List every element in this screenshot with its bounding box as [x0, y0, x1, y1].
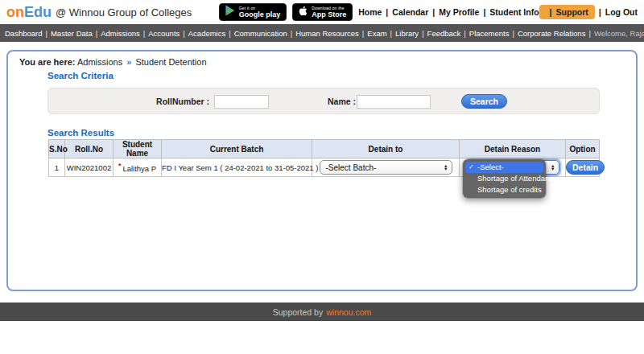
menu-item-exam[interactable]: Exam	[367, 29, 395, 38]
dropdown-option-shortage-of-credits[interactable]: Shortage of credits	[465, 184, 543, 196]
dropdown-option-select[interactable]: ✓ -Select-	[465, 162, 543, 173]
col-header-option: Option	[566, 140, 600, 158]
menu-item-dashboard[interactable]: Dashboard	[5, 29, 51, 38]
menu-item-library[interactable]: Library	[395, 29, 427, 38]
detain-to-select[interactable]: -Select Batch- ▲▼	[320, 160, 452, 175]
detain-reason-dropdown-menu: ✓ -Select- Shortage of Attendance Shorta…	[463, 159, 546, 198]
app-store-label: App Store	[312, 11, 346, 19]
topbar-right: Get it on Google play Download on the Ap…	[219, 3, 638, 21]
search-results-title: Search Results	[47, 128, 114, 138]
menu-item-accounts[interactable]: Accounts	[148, 29, 188, 38]
detain-button[interactable]: Detain	[566, 160, 605, 175]
col-header-sno: S.No	[49, 140, 65, 158]
search-criteria-box: RollNumber : Name : Search	[47, 88, 600, 114]
google-play-label: Google play	[239, 11, 281, 19]
select-stepper-icon: ▲▼	[444, 164, 448, 171]
cell-detain-reason: -Select- ▲▼ ✓ -Select- Shortage of Atten…	[460, 158, 566, 177]
col-header-detain-reason: Detain Reason	[460, 140, 566, 158]
apple-icon	[299, 5, 308, 19]
breadcrumb: You are here: Admissions » Student Deten…	[19, 57, 207, 67]
student-name-text: Lalithya P	[122, 164, 156, 173]
checkmark-icon: ✓	[469, 163, 474, 171]
link-log-out[interactable]: Log Out	[595, 7, 638, 17]
dropdown-option-shortage-of-attendance[interactable]: Shortage of Attendance	[465, 173, 543, 184]
col-header-current-batch: Current Batch	[162, 140, 312, 158]
cell-detain-to: -Select Batch- ▲▼	[312, 158, 460, 177]
detain-to-selected-value: -Select Batch-	[326, 163, 377, 172]
select-stepper-icon: ▲▼	[551, 164, 555, 171]
cell-option: Detain	[566, 158, 600, 177]
main-menu-items: Dashboard Master Data Admissions Account…	[5, 29, 594, 38]
cell-current-batch: FD I Year Sem 1 ( 24-02-2021 to 31-05-20…	[162, 158, 312, 177]
link-my-profile[interactable]: My Profile	[428, 7, 479, 17]
welcome-text: Welcome, Rajagopal Winnou@WGC	[594, 29, 644, 38]
breadcrumb-section[interactable]: Admissions	[77, 57, 122, 67]
col-header-detain-to: Detain to	[312, 140, 460, 158]
breadcrumb-arrow-icon: »	[126, 57, 131, 67]
app-store-tagline: Download on the	[312, 6, 346, 10]
col-header-student-name: Student Name	[114, 140, 162, 158]
menu-item-feedback[interactable]: Feedback	[427, 29, 469, 38]
menu-item-corporate-relations[interactable]: Corporate Relations	[518, 29, 594, 38]
link-calendar[interactable]: Calendar	[382, 7, 428, 17]
name-label: Name :	[328, 97, 356, 106]
breadcrumb-page: Student Detention	[135, 57, 206, 67]
cell-student-name: *Lalithya P	[114, 158, 162, 177]
menu-item-placements[interactable]: Placements	[469, 29, 518, 38]
footer-link-winnou[interactable]: winnou.com	[326, 307, 371, 317]
institution-name: @ Winnou Group of Colleges	[56, 6, 192, 19]
table-header-row: S.No Roll.No Student Name Current Batch …	[49, 140, 600, 158]
name-input[interactable]	[357, 95, 431, 109]
search-criteria-title: Search Criteria	[47, 71, 114, 80]
link-student-info[interactable]: Student Info	[479, 7, 539, 17]
logo-part-blue: Edu	[24, 4, 52, 20]
menu-item-human-resources[interactable]: Human Resources	[295, 29, 367, 38]
top-links: Home Calendar My Profile Student Info Su…	[358, 5, 638, 19]
cell-sno: 1	[49, 158, 65, 177]
google-play-tagline: Get it on	[239, 6, 281, 10]
rollnumber-input[interactable]	[214, 95, 269, 109]
required-asterisk: *	[118, 162, 122, 170]
top-header: onEdu @ Winnou Group of Colleges Get it …	[0, 0, 644, 24]
menu-item-communication[interactable]: Communication	[234, 29, 295, 38]
menu-item-admissions[interactable]: Admissions	[101, 29, 148, 38]
breadcrumb-prefix: You are here:	[19, 57, 76, 67]
footer-bar: Supported by winnou.com	[0, 303, 644, 321]
logo-part-orange: on	[6, 4, 24, 20]
col-header-rollno: Roll.No	[65, 140, 114, 158]
footer-text: Supported by	[273, 307, 323, 317]
menu-item-academics[interactable]: Academics	[188, 29, 234, 38]
menu-item-master-data[interactable]: Master Data	[51, 29, 101, 38]
search-button[interactable]: Search	[461, 94, 507, 109]
table-row: 1 WIN2021002 *Lalithya P FD I Year Sem 1…	[49, 158, 600, 177]
google-play-badge[interactable]: Get it on Google play	[219, 3, 287, 21]
main-menu-bar: Dashboard Master Data Admissions Account…	[0, 24, 644, 42]
search-results-table: S.No Roll.No Student Name Current Batch …	[48, 139, 600, 177]
link-home[interactable]: Home	[358, 7, 382, 17]
google-play-icon	[225, 5, 235, 19]
rollnumber-label: RollNumber :	[145, 97, 209, 106]
app-logo: onEdu	[6, 4, 52, 21]
link-support[interactable]: Support	[539, 5, 595, 19]
content-panel: You are here: Admissions » Student Deten…	[6, 50, 638, 291]
cell-rollno: WIN2021002	[65, 158, 114, 177]
app-store-badge[interactable]: Download on the App Store	[292, 3, 353, 21]
